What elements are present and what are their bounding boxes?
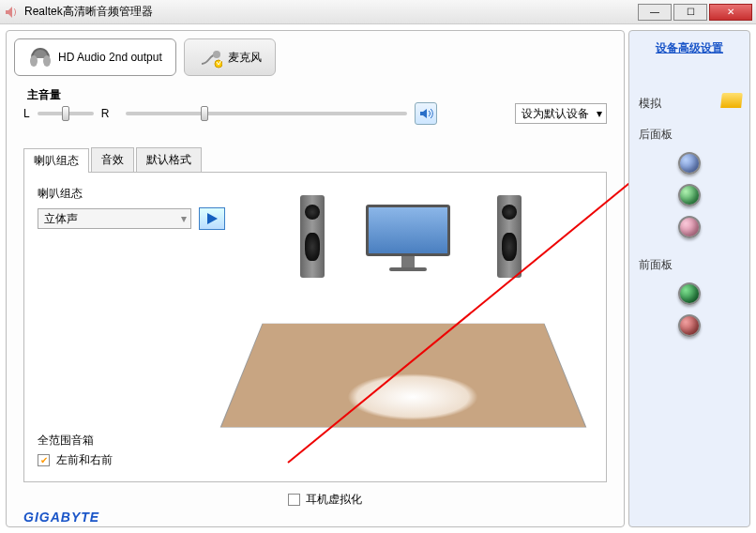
balance-left-label: L: [23, 107, 30, 120]
volume-title: 主音量: [27, 87, 61, 103]
test-play-button[interactable]: [199, 207, 225, 230]
speaker-icon: [4, 5, 19, 20]
play-icon: [205, 212, 219, 225]
default-device-dropdown[interactable]: 设为默认设备: [515, 103, 607, 124]
virtualization-label: 耳机虚拟化: [306, 492, 362, 508]
subtab-speaker-config[interactable]: 喇叭组态: [23, 148, 89, 173]
tab-microphone-label: 麦克风: [228, 50, 262, 66]
jack-rear-pink[interactable]: [678, 216, 701, 238]
speaker-stage: [244, 186, 593, 468]
tab-hd-audio-label: HD Audio 2nd output: [58, 51, 162, 64]
tab-hd-audio[interactable]: HD Audio 2nd output: [14, 38, 176, 76]
speaker-config-panel: 喇叭组态 立体声 全范围音箱 ✔ 左前和右前: [23, 173, 607, 482]
svg-point-1: [43, 55, 51, 67]
virtualization-checkbox[interactable]: [288, 494, 300, 506]
jack-rear-blue[interactable]: [678, 152, 701, 175]
speaker-mode-select[interactable]: 立体声: [38, 208, 191, 229]
advanced-settings-link[interactable]: 设备高级设置: [656, 40, 723, 56]
brand-logo: GIGABYTE: [23, 510, 99, 525]
titlebar: Realtek高清晰音频管理器 — ☐ ✕: [0, 0, 756, 24]
default-device-label: 设为默认设备: [522, 106, 589, 122]
speaker-right-icon[interactable]: [497, 195, 522, 278]
tab-microphone[interactable]: 麦克风: [184, 38, 276, 76]
jack-front-red[interactable]: [678, 314, 701, 337]
balance-slider[interactable]: [38, 112, 94, 115]
window-title: Realtek高清晰音频管理器: [24, 4, 153, 20]
minimize-button[interactable]: —: [638, 4, 672, 21]
folder-icon[interactable]: [720, 93, 743, 108]
jack-rear-green[interactable]: [678, 184, 701, 206]
balance-right-label: R: [101, 107, 110, 120]
volume-slider[interactable]: [126, 112, 407, 115]
config-title: 喇叭组态: [38, 186, 225, 202]
maximize-button[interactable]: ☐: [673, 4, 707, 21]
sound-icon: [418, 106, 433, 121]
close-button[interactable]: ✕: [709, 4, 752, 21]
subtab-sound-effect[interactable]: 音效: [91, 147, 134, 172]
microphone-icon: [198, 45, 222, 69]
fullrange-label: 左前和右前: [56, 453, 113, 466]
fullrange-checkbox[interactable]: ✔: [38, 454, 50, 466]
headphones-icon: [28, 45, 53, 69]
speaker-left-icon[interactable]: [300, 195, 325, 278]
subtab-default-format[interactable]: 默认格式: [136, 147, 202, 172]
jack-front-green[interactable]: [678, 282, 701, 305]
svg-point-2: [213, 51, 220, 58]
monitor-icon: [366, 205, 450, 270]
fullrange-checkbox-row[interactable]: ✔ 左前和右前: [38, 453, 113, 466]
main-panel: HD Audio 2nd output 麦克风 主音量 L R 设为默认设备 喇…: [6, 30, 625, 527]
speaker-mode-value: 立体声: [44, 211, 78, 227]
mute-button[interactable]: [415, 102, 437, 125]
rear-panel-label: 后面板: [639, 127, 673, 143]
side-panel: 设备高级设置 模拟 后面板 前面板: [628, 30, 750, 527]
svg-point-0: [30, 55, 38, 67]
fullrange-title: 全范围音箱: [38, 433, 225, 449]
front-panel-label: 前面板: [639, 257, 673, 273]
analog-label: 模拟: [639, 96, 661, 112]
